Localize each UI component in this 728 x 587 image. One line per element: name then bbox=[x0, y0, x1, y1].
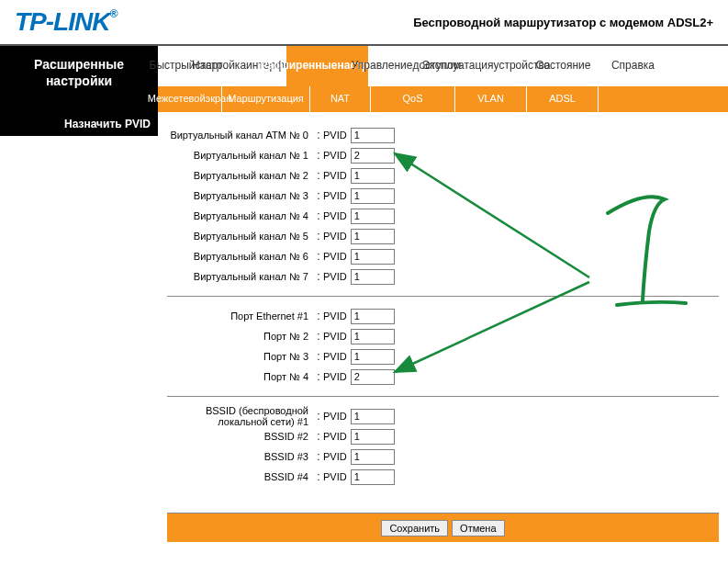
pvid-input[interactable] bbox=[351, 449, 395, 465]
pvid-row-label: BSSID (беспроводной локальной сети) #1 bbox=[167, 405, 314, 427]
pvid-row: Порт № 3:PVID bbox=[167, 346, 719, 367]
nav-tabs: БыстрыйстартНастройкаинтерфейсаРасширенн… bbox=[158, 46, 728, 86]
pvid-field-label: PVID bbox=[323, 190, 351, 201]
colon: : bbox=[314, 149, 323, 162]
pvid-row-label: Виртуальный канал № 7 bbox=[167, 271, 314, 282]
colon: : bbox=[314, 350, 323, 363]
sidebar-title: Назначить PVID bbox=[0, 112, 158, 136]
pvid-field-label: PVID bbox=[323, 210, 351, 221]
pvid-row-label: Виртуальный канал ATM № 0 bbox=[167, 130, 314, 141]
subtab-0[interactable]: Межсетевойэкран bbox=[158, 86, 222, 112]
colon: : bbox=[314, 270, 323, 283]
tab-label-l1: Эксплуатация bbox=[422, 60, 494, 72]
tab-label-l1: Расширенные bbox=[261, 60, 338, 72]
pvid-row: BSSID #3:PVID bbox=[167, 446, 719, 467]
pvid-field-label: PVID bbox=[323, 231, 351, 242]
pvid-group-0: Виртуальный канал ATM № 0:PVIDВиртуальны… bbox=[167, 125, 719, 296]
colon: : bbox=[314, 209, 323, 222]
pvid-input[interactable] bbox=[351, 409, 395, 424]
pvid-field-label: PVID bbox=[323, 130, 351, 141]
subtab-4[interactable]: VLAN bbox=[455, 86, 527, 112]
pvid-group-1: Порт Ethernet #1:PVIDПорт № 2:PVIDПорт №… bbox=[167, 296, 719, 396]
pvid-input[interactable] bbox=[351, 148, 395, 164]
pvid-row: Виртуальный канал № 7:PVID bbox=[167, 266, 719, 287]
pvid-field-label: PVID bbox=[323, 331, 351, 342]
pvid-field-label: PVID bbox=[323, 351, 351, 362]
colon: : bbox=[314, 230, 323, 243]
product-name: Беспроводной маршрутизатор с модемом ADS… bbox=[413, 16, 713, 29]
pvid-input[interactable] bbox=[351, 209, 395, 224]
header: TP-LINK® Беспроводной маршрутизатор с мо… bbox=[0, 0, 728, 46]
subtab-2[interactable]: NAT bbox=[310, 86, 371, 112]
pvid-row: BSSID #4:PVID bbox=[167, 467, 719, 487]
pvid-input[interactable] bbox=[351, 269, 395, 285]
pvid-input[interactable] bbox=[351, 329, 395, 344]
colon: : bbox=[314, 169, 323, 182]
subtab-5[interactable]: ADSL bbox=[527, 86, 599, 112]
colon: : bbox=[314, 189, 323, 202]
pvid-input[interactable] bbox=[351, 429, 395, 445]
pvid-row: Виртуальный канал № 6:PVID bbox=[167, 246, 719, 266]
tab-label-l1: Состояние bbox=[536, 60, 591, 72]
pvid-field-label: PVID bbox=[323, 451, 351, 462]
colon: : bbox=[314, 450, 323, 463]
save-button[interactable]: Сохранить bbox=[381, 520, 448, 536]
pvid-input[interactable] bbox=[351, 128, 395, 143]
pvid-field-label: PVID bbox=[323, 411, 351, 422]
pvid-field-label: PVID bbox=[323, 150, 351, 161]
pvid-row-label: Порт № 2 bbox=[167, 331, 314, 342]
pvid-field-label: PVID bbox=[323, 431, 351, 442]
cancel-button[interactable]: Отмена bbox=[452, 520, 504, 536]
subtab-1[interactable]: Маршрутизация bbox=[222, 86, 310, 112]
pvid-input[interactable] bbox=[351, 168, 395, 184]
pvid-row-label: Виртуальный канал № 4 bbox=[167, 210, 314, 221]
tab-label-l1: Справка bbox=[611, 60, 655, 72]
content: Назначить PVID Виртуальный канал ATM № 0… bbox=[0, 112, 728, 544]
nav-right: БыстрыйстартНастройкаинтерфейсаРасширенн… bbox=[158, 46, 728, 112]
pvid-row-label: Виртуальный канал № 3 bbox=[167, 190, 314, 201]
logo-text: TP-LINK bbox=[15, 7, 109, 36]
pvid-input[interactable] bbox=[351, 188, 395, 204]
pvid-row: Порт № 4:PVID bbox=[167, 367, 719, 387]
pvid-input[interactable] bbox=[351, 229, 395, 244]
pvid-group-2: BSSID (беспроводной локальной сети) #1:P… bbox=[167, 396, 719, 496]
pvid-row: BSSID (беспроводной локальной сети) #1:P… bbox=[167, 406, 719, 426]
pvid-input[interactable] bbox=[351, 249, 395, 265]
pvid-field-label: PVID bbox=[323, 251, 351, 262]
logo: TP-LINK® bbox=[15, 7, 117, 37]
pvid-field-label: PVID bbox=[323, 271, 351, 282]
tab-label-l1: Настройка bbox=[192, 60, 246, 72]
pvid-field-label: PVID bbox=[323, 170, 351, 181]
pvid-row: Виртуальный канал № 4:PVID bbox=[167, 206, 719, 226]
pvid-input[interactable] bbox=[351, 369, 395, 385]
pvid-row: BSSID #2:PVID bbox=[167, 426, 719, 446]
tab-5[interactable]: Состояние bbox=[529, 46, 599, 86]
pvid-row-label: Порт Ethernet #1 bbox=[167, 310, 314, 322]
pvid-field-label: PVID bbox=[323, 371, 351, 382]
tab-4[interactable]: Эксплуатацияустройства bbox=[444, 46, 529, 86]
main-panel: Виртуальный канал ATM № 0:PVIDВиртуальны… bbox=[158, 112, 728, 544]
pvid-row-label: Виртуальный канал № 2 bbox=[167, 170, 314, 181]
colon: : bbox=[314, 470, 323, 483]
pvid-row-label: BSSID #2 bbox=[167, 431, 314, 442]
pvid-field-label: PVID bbox=[323, 310, 351, 322]
pvid-row: Порт Ethernet #1:PVID bbox=[167, 306, 719, 326]
primary-nav: Расширенные настройки БыстрыйстартНастро… bbox=[0, 46, 728, 112]
pvid-row: Виртуальный канал ATM № 0:PVID bbox=[167, 125, 719, 145]
pvid-row: Виртуальный канал № 2:PVID bbox=[167, 165, 719, 186]
pvid-input[interactable] bbox=[351, 309, 395, 324]
pvid-row: Порт № 2:PVID bbox=[167, 326, 719, 346]
colon: : bbox=[314, 129, 323, 141]
pvid-field-label: PVID bbox=[323, 471, 351, 482]
pvid-input[interactable] bbox=[351, 469, 395, 485]
pvid-input[interactable] bbox=[351, 349, 395, 365]
tab-6[interactable]: Справка bbox=[599, 46, 668, 86]
pvid-row-label: Виртуальный канал № 1 bbox=[167, 150, 314, 161]
pvid-row-label: BSSID #4 bbox=[167, 471, 314, 482]
subtab-3[interactable]: QoS bbox=[371, 86, 455, 112]
colon: : bbox=[314, 410, 323, 423]
pvid-row-label: Порт № 3 bbox=[167, 351, 314, 362]
pvid-row: Виртуальный канал № 3:PVID bbox=[167, 186, 719, 206]
logo-reg: ® bbox=[109, 7, 117, 20]
nav-left-title-l1: Расширенные bbox=[4, 57, 154, 73]
